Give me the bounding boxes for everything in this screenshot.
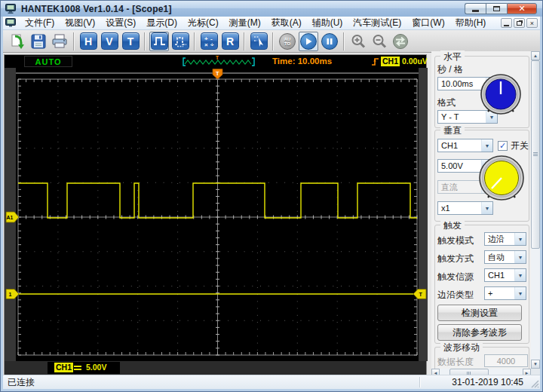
import-button[interactable] xyxy=(8,32,27,51)
menu-window[interactable]: 窗口(W) xyxy=(406,16,449,30)
chevron-down-icon: ▼ xyxy=(514,233,526,245)
normal-waveform-button[interactable] xyxy=(149,32,169,51)
horizontal-knob[interactable] xyxy=(478,72,523,118)
vertical-scroll-thumb[interactable] xyxy=(531,60,540,249)
svg-text:T: T xyxy=(419,292,423,297)
edge-type-select[interactable]: + ▼ xyxy=(484,286,526,300)
reference-waveform-button[interactable] xyxy=(170,32,190,51)
probe-value: x1 xyxy=(441,204,450,213)
zoom-in-button[interactable] xyxy=(348,32,368,51)
chevron-down-icon: ▼ xyxy=(514,287,526,299)
waveform-grid: TA11T xyxy=(5,68,428,361)
svg-text:÷: ÷ xyxy=(210,41,214,48)
coupling-value: 直流 xyxy=(441,182,458,193)
mdi-close-button[interactable]: × xyxy=(526,18,538,28)
menu-file[interactable]: 文件(F) xyxy=(20,16,60,30)
title-bar: HANTEK1008 Ver1.0.14 - [Scope1] ✕ xyxy=(1,1,542,17)
maximize-icon xyxy=(493,6,500,11)
minimize-icon xyxy=(504,25,509,26)
dashed-wave-icon xyxy=(172,32,189,50)
zoom-out-icon xyxy=(371,33,388,50)
scroll-down-icon[interactable]: ▼ xyxy=(531,360,540,369)
mdi-restore-button[interactable] xyxy=(514,18,525,28)
scope-readout-bar: AUTO T Time: 10.00ms CH1 0.00uV xyxy=(5,55,426,68)
vertical-group-title: 垂直 xyxy=(440,124,465,137)
menu-display[interactable]: 显示(D) xyxy=(141,16,183,30)
trigger-source-select[interactable]: CH1 ▼ xyxy=(484,268,526,282)
trigger-system-button[interactable]: T xyxy=(121,32,140,51)
menu-view[interactable]: 视图(V) xyxy=(60,16,100,30)
autoset-button[interactable]: AU TO xyxy=(278,32,297,51)
minimize-button[interactable] xyxy=(465,3,486,14)
reference-button[interactable]: R xyxy=(220,32,240,51)
panel-vertical-scrollbar[interactable]: ▲ ▼ xyxy=(531,51,540,369)
menu-auto-test[interactable]: 汽车测试(E) xyxy=(348,16,406,30)
square-wave-icon xyxy=(151,32,168,50)
mdi-minimize-button[interactable] xyxy=(501,18,512,28)
print-button[interactable] xyxy=(50,32,69,51)
preview-waveform xyxy=(185,60,251,64)
math-button[interactable]: +- ×÷ xyxy=(199,32,219,51)
svg-text:A1: A1 xyxy=(7,215,14,220)
r-icon: R xyxy=(222,32,239,50)
import-icon xyxy=(9,33,26,50)
menu-measure[interactable]: 测量(M) xyxy=(224,16,266,30)
zoom-in-icon xyxy=(350,33,367,50)
refresh-swap-button[interactable] xyxy=(391,32,410,51)
menu-acquire[interactable]: 获取(A) xyxy=(266,16,307,30)
window-title: HANTEK1008 Ver1.0.14 - [Scope1] xyxy=(21,4,172,14)
trigger-sweep-label: 触发方式 xyxy=(437,253,474,265)
trigger-mode-select[interactable]: 边沿 ▼ xyxy=(484,232,526,246)
chevron-down-icon: ▼ xyxy=(514,269,526,281)
channel-select[interactable]: CH1 ▼ xyxy=(437,139,493,152)
toolbar-separator xyxy=(272,32,274,51)
svg-text:T: T xyxy=(216,70,219,77)
menu-help[interactable]: 帮助(H) xyxy=(450,16,492,30)
trigger-source-label: 触发信源 xyxy=(437,271,474,283)
vertical-system-button[interactable]: V xyxy=(100,32,119,51)
control-panel: 水平 秒 / 格 10.00ms ▼ 格式 Y - T ▼ 垂直 CH1 ▼ xyxy=(431,51,540,375)
toolbar-separator xyxy=(244,32,245,51)
preview-left-bracket xyxy=(183,58,186,66)
trigger-mode-value: 边沿 xyxy=(488,234,505,245)
zoom-out-button[interactable] xyxy=(370,32,389,51)
toolbar-separator xyxy=(144,32,146,51)
resize-grip[interactable] xyxy=(530,379,539,388)
timebase-readout: Time: 10.00ms xyxy=(272,57,332,66)
statusbar-divider xyxy=(419,377,421,387)
scroll-up-icon[interactable]: ▲ xyxy=(531,51,540,60)
record-preview[interactable]: T xyxy=(179,55,258,67)
toolbar-separator xyxy=(73,32,75,51)
menu-bar: 文件(F) 视图(V) 设置(S) 显示(D) 光标(C) 测量(M) 获取(A… xyxy=(3,17,540,30)
menu-cursor[interactable]: 光标(C) xyxy=(183,16,224,30)
svg-text:×: × xyxy=(204,41,208,48)
menu-utility[interactable]: 辅助(U) xyxy=(307,16,348,30)
chevron-down-icon: ▼ xyxy=(481,202,492,214)
trigger-sweep-select[interactable]: 自动 ▼ xyxy=(484,250,526,264)
clear-reference-button[interactable]: 清除参考波形 xyxy=(437,324,522,341)
horizontal-group-title: 水平 xyxy=(440,51,465,63)
h-icon: H xyxy=(80,32,97,50)
print-icon xyxy=(51,33,68,50)
swap-arrows-icon xyxy=(392,33,409,50)
trigger-sweep-value: 自动 xyxy=(488,252,505,263)
run-button[interactable] xyxy=(299,32,318,51)
channel-badge: CH1 xyxy=(54,363,73,372)
maximize-button[interactable] xyxy=(486,3,507,14)
horizontal-system-button[interactable]: H xyxy=(78,32,98,51)
vertical-knob[interactable] xyxy=(477,154,526,204)
menu-settings[interactable]: 设置(S) xyxy=(100,16,141,30)
cursor-measure-button[interactable] xyxy=(249,32,268,51)
scope-display: AUTO T Time: 10.00ms CH1 0.00uV TA11T CH… xyxy=(4,54,427,375)
channel-switch-checkbox[interactable]: ✓ 开关 xyxy=(498,139,529,152)
pause-button[interactable] xyxy=(320,32,339,51)
close-icon: × xyxy=(530,20,534,27)
toolbar: H V T +- ×÷ R AU xyxy=(3,30,540,53)
close-button[interactable]: ✕ xyxy=(507,3,537,14)
save-button[interactable] xyxy=(29,32,48,51)
volts-per-div-readout: 5.00V xyxy=(86,363,106,372)
math-operators-icon: +- ×÷ xyxy=(201,32,218,50)
svg-text:1: 1 xyxy=(9,292,12,297)
cursor-arrow-icon xyxy=(250,32,268,50)
detect-settings-button[interactable]: 检测设置 xyxy=(437,305,522,321)
